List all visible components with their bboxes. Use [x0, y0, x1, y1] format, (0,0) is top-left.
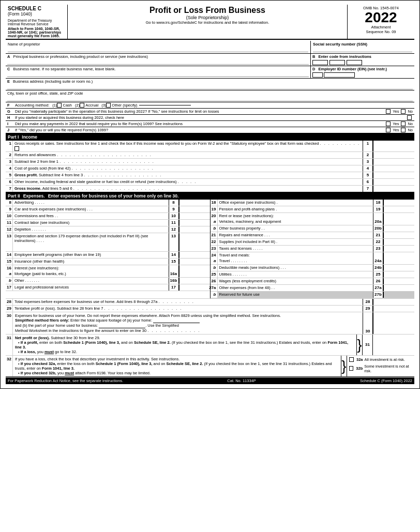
f2-checkbox[interactable]: [80, 103, 84, 108]
exp-18-input[interactable]: [383, 200, 414, 206]
row-6-desc: Other income, including federal and stat…: [13, 179, 363, 185]
i-no-box[interactable]: No: [401, 121, 413, 126]
income-row-7: 7 Gross income. Add lines 5 and 6 . . . …: [6, 186, 414, 192]
row-3-input[interactable]: [373, 159, 414, 165]
exp-16a-input[interactable]: [179, 271, 210, 277]
row-30-desc: Expenses for business use of your home. …: [13, 312, 363, 334]
g-no-box[interactable]: No: [401, 109, 413, 114]
row-32: 32 If you have a loss, check the box tha…: [6, 356, 414, 377]
footer-left: For Paperwork Reduction Act Notice, see …: [8, 378, 123, 383]
exp-20a-input[interactable]: [383, 219, 414, 225]
d-box2[interactable]: [324, 72, 355, 78]
exp-9-input[interactable]: [179, 206, 210, 212]
exp-24b-input[interactable]: [383, 265, 414, 271]
dept2: Internal Revenue Service: [8, 22, 65, 26]
b-box1[interactable]: [312, 60, 328, 65]
exp-10-num: 10: [6, 213, 13, 219]
exp-26-input[interactable]: [383, 278, 414, 284]
g-no-checkbox[interactable]: [401, 109, 406, 114]
exp-24a-linenum: 24a: [373, 258, 383, 264]
check-32a-checkbox[interactable]: [349, 357, 354, 362]
exp-17-desc: Legal and professional services: [13, 284, 169, 291]
exp-16b-linenum: 16b: [169, 278, 179, 284]
exp-27a-input[interactable]: [383, 285, 414, 291]
year: 2022: [350, 10, 412, 25]
j-text: If "Yes," did you or will you file requi…: [15, 128, 386, 132]
row-6-num: 6: [6, 179, 13, 185]
j-no-box[interactable]: No: [401, 128, 413, 132]
c-input[interactable]: [7, 72, 309, 77]
row-1-checkbox[interactable]: [14, 146, 19, 151]
form-number: (Form 1040): [8, 11, 65, 17]
exp-27b-linenum: 27b: [373, 292, 383, 298]
j-no-checkbox[interactable]: [401, 128, 406, 132]
a-input[interactable]: [7, 59, 309, 65]
row-7-input[interactable]: [373, 186, 414, 192]
part1-header: Part I Income: [6, 133, 414, 141]
row-1-input[interactable]: [373, 141, 414, 151]
exp-24b-num: b: [211, 265, 218, 271]
exp-22-input[interactable]: [383, 239, 414, 245]
exp-25-input[interactable]: [383, 271, 414, 278]
exp-8-input[interactable]: [179, 200, 210, 206]
exp-13-input[interactable]: [179, 233, 210, 251]
e-input[interactable]: [7, 84, 413, 89]
exp-19-input[interactable]: [383, 206, 414, 212]
h-label: H: [7, 115, 13, 120]
sequence: Sequence No. 09: [350, 29, 412, 34]
exp-23-input[interactable]: [383, 246, 414, 252]
j-yes-checkbox[interactable]: [386, 128, 391, 132]
row-6-input[interactable]: [373, 179, 414, 185]
f3-input[interactable]: [139, 105, 191, 105]
exp-11-input[interactable]: [179, 220, 210, 226]
i-no-checkbox[interactable]: [401, 121, 406, 126]
a-text: Principal business or profession, includ…: [13, 54, 148, 59]
row-28-input[interactable]: [373, 299, 414, 305]
exp-10-input[interactable]: [179, 213, 210, 219]
exp-8-num: 8: [6, 200, 13, 206]
row-31-input[interactable]: [373, 335, 414, 355]
exp-16-num: 16: [6, 265, 13, 271]
exp-18-desc: Office expense (see instructions) .: [218, 200, 373, 206]
row-4-input[interactable]: [373, 165, 414, 172]
exp-13-num: 13: [6, 233, 13, 251]
j-yes-box[interactable]: Yes: [386, 128, 399, 132]
d-box1[interactable]: [312, 72, 323, 78]
row-2-input[interactable]: [373, 152, 414, 158]
f1-checkbox[interactable]: [57, 103, 62, 108]
instruction1: Go to www.irs.gov/ScheduleC for instruct…: [70, 20, 345, 25]
exp-24a-input[interactable]: [383, 258, 414, 264]
b-box2[interactable]: [329, 60, 345, 65]
i-yes-checkbox[interactable]: [386, 121, 391, 126]
exp-8-desc: Advertising . . . . .: [13, 200, 169, 206]
exp-20a-linenum: 20a: [373, 219, 383, 225]
e2-input[interactable]: [7, 96, 413, 101]
row-4-num: 4: [6, 165, 13, 172]
exp-17-input[interactable]: [179, 284, 210, 291]
b-box3[interactable]: [347, 60, 362, 65]
exp-16a-num: a: [6, 271, 13, 277]
g-yes-box[interactable]: Yes: [386, 109, 399, 114]
proprietor-input[interactable]: [8, 47, 308, 52]
row-29-input[interactable]: [373, 306, 414, 312]
g-text: Did you "materially participate" in the …: [15, 109, 386, 114]
exp-16b-input[interactable]: [179, 278, 210, 284]
h-checkbox[interactable]: [407, 115, 412, 120]
row-32-num: 32: [6, 356, 13, 376]
exp-15-input[interactable]: [179, 259, 210, 265]
row-5-input[interactable]: [373, 172, 414, 178]
exp-14-input[interactable]: [179, 252, 210, 258]
row-32-checks: 32a All investment is at risk. 32b Some …: [347, 356, 414, 376]
exp-20b-input[interactable]: [383, 225, 414, 232]
exp-24a-num: a: [211, 258, 218, 264]
exp-27a-desc: Other expenses (from line 48) . .: [218, 285, 373, 291]
check-32b-checkbox[interactable]: [349, 366, 353, 371]
i-yes-box[interactable]: Yes: [386, 121, 399, 126]
ssn-input[interactable]: [313, 47, 412, 52]
row-30-input[interactable]: [373, 312, 414, 334]
exp-12-input[interactable]: [179, 226, 210, 233]
exp-21-input[interactable]: [383, 232, 414, 238]
f3-checkbox[interactable]: [106, 103, 111, 108]
row-31-num: 31: [6, 335, 13, 355]
g-yes-checkbox[interactable]: [386, 109, 391, 114]
